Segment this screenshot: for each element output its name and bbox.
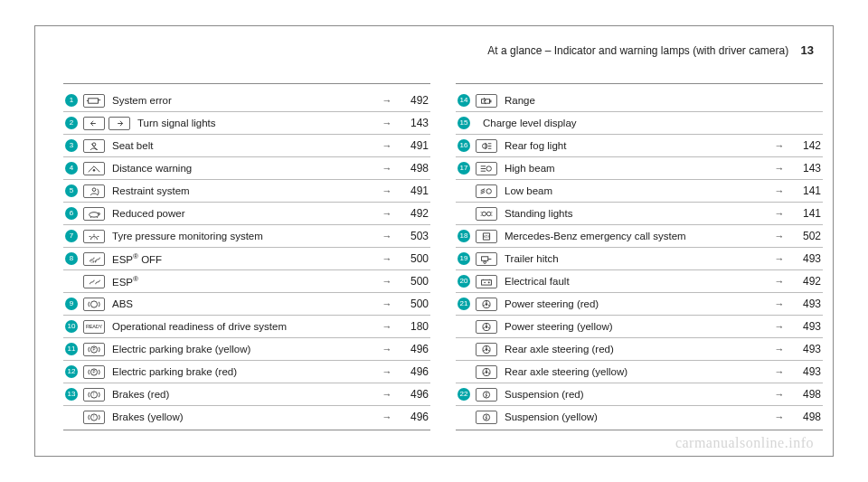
legend-number-badge: [458, 343, 470, 355]
esp-icon: [83, 275, 105, 288]
legend-icons: [476, 184, 497, 198]
legend-row: ESP®→500: [63, 270, 430, 292]
arrow-icon: →: [769, 231, 790, 241]
arrow-icon: →: [769, 389, 790, 400]
legend-page-ref: 500: [398, 252, 429, 265]
legend-number-badge: 4: [65, 162, 78, 175]
svg-point-4: [90, 212, 99, 216]
legend-page-ref: 493: [790, 320, 821, 333]
legend-row: 1System error→492: [63, 90, 430, 111]
pbrake-icon: P: [83, 343, 105, 356]
legend-page-ref: 500: [398, 298, 429, 310]
legend-row: 9ABS→500: [63, 293, 430, 315]
legend-row: 6Reduced power→492: [63, 203, 430, 224]
legend-icons: [476, 411, 497, 424]
svg-rect-18: [490, 100, 491, 102]
svg-point-31: [486, 326, 487, 327]
legend-number-badge: [458, 320, 470, 333]
svg-point-2: [93, 169, 95, 171]
legend-page-ref: 491: [398, 139, 429, 152]
legend-icons: [476, 343, 497, 356]
legend-label: Brakes (yellow): [112, 411, 376, 422]
legend-icons: OFF: [83, 252, 105, 266]
brake-icon: !: [83, 388, 105, 402]
seatbelt-icon: [83, 139, 105, 153]
watermark: carmanualsonline.info: [675, 435, 814, 451]
arrow-icon: →: [376, 185, 398, 196]
tyre-icon: !: [83, 230, 105, 243]
legend-label: Tyre pressure monitoring system: [112, 231, 376, 241]
arrow-icon: →: [376, 118, 398, 128]
svg-text:P: P: [92, 347, 95, 352]
standing-icon: [476, 207, 497, 221]
arrow-icon: →: [769, 163, 790, 174]
arrow-icon: →: [376, 344, 398, 354]
legend-label: Brakes (red): [112, 389, 376, 400]
header-title: At a glance – Indicator and warning lamp…: [487, 44, 788, 57]
fog-icon: [476, 139, 497, 153]
legend-label: Operational readiness of drive system: [112, 321, 376, 332]
legend-label: Electrical fault: [505, 276, 769, 287]
pbrake-icon: P: [83, 365, 105, 379]
arrow-icon: →: [769, 208, 790, 219]
arrow-icon: →: [376, 366, 398, 377]
legend-number-badge: 13: [65, 388, 78, 401]
legend-number-badge: 1: [65, 94, 78, 107]
legend-row: 18SOSMercedes-Benz emergency call system…: [456, 225, 823, 247]
legend-row: Standing lights→141: [456, 203, 823, 224]
legend-number-badge: 21: [458, 298, 470, 310]
legend-icons: P: [83, 343, 105, 356]
legend-icons: [83, 94, 105, 108]
legend-row: 3Seat belt→491: [63, 135, 430, 156]
svg-point-29: [486, 303, 487, 305]
legend-label: Turn signal lights: [137, 118, 376, 128]
legend-label: Mercedes-Benz emergency call system: [505, 231, 769, 241]
legend-label: Power steering (red): [505, 298, 769, 309]
legend-page-ref: 491: [398, 184, 429, 197]
svg-text:!: !: [93, 415, 94, 420]
legend-label: Rear axle steering (yellow): [505, 366, 769, 377]
arrow-icon: →: [769, 276, 790, 287]
legend-page-ref: 142: [790, 139, 821, 152]
legend-icons: [476, 94, 497, 108]
legend-icons: !: [83, 388, 105, 402]
legend-icons: [476, 275, 497, 288]
turnR-icon: [108, 117, 130, 130]
arrow-icon: →: [376, 389, 398, 400]
svg-rect-0: [89, 98, 99, 102]
svg-point-21: [486, 188, 491, 193]
steering-icon: [476, 298, 497, 311]
legend-icons: !: [83, 411, 105, 424]
legend-row: 2Turn signal lights→143: [63, 112, 430, 134]
legend-page-ref: 492: [398, 207, 429, 220]
legend-page-ref: 493: [790, 343, 821, 355]
legend-row: 20Electrical fault→492: [456, 270, 823, 292]
legend-number-badge: 12: [65, 365, 78, 378]
legend-icons: [476, 365, 497, 379]
svg-point-3: [92, 187, 96, 191]
legend-number-badge: 5: [65, 184, 78, 197]
legend-icons: [83, 184, 105, 198]
legend-page-ref: 493: [790, 298, 821, 310]
svg-text:!: !: [94, 238, 95, 241]
header-page-number: 13: [801, 43, 814, 57]
legend-label: Range: [505, 95, 769, 106]
arrow-icon: →: [769, 253, 790, 264]
legend-row: Low beam→141: [456, 180, 823, 202]
legend-icons: [83, 139, 105, 153]
legend-row: 12PElectric parking brake (red)→496: [63, 361, 430, 383]
legend-icons: [476, 162, 497, 175]
manual-page: At a glance – Indicator and warning lamp…: [0, 0, 868, 482]
legend-number-badge: [458, 365, 470, 378]
svg-text:OFF: OFF: [90, 260, 96, 264]
brake-icon: !: [83, 411, 105, 424]
legend-number-badge: 9: [65, 298, 78, 310]
steering-icon: [476, 365, 497, 379]
legend-page-ref: 502: [790, 230, 821, 242]
legend-label: Suspension (yellow): [505, 411, 769, 422]
legend-icons: [476, 388, 497, 402]
engine-icon: [83, 94, 105, 108]
arrow-icon: →: [376, 321, 398, 332]
arrow-icon: →: [769, 411, 790, 422]
distance-icon: [83, 162, 105, 175]
